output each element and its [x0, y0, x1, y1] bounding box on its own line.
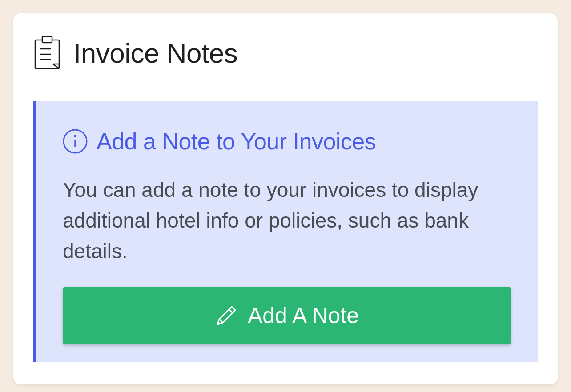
svg-point-7 [74, 135, 76, 137]
card-title: Invoice Notes [73, 37, 237, 69]
svg-line-5 [53, 64, 59, 68]
svg-line-9 [229, 309, 233, 313]
svg-line-10 [219, 319, 223, 323]
banner-header: Add a Note to Your Invoices [63, 128, 511, 155]
clipboard-icon [33, 36, 61, 70]
card-header: Invoice Notes [33, 36, 538, 70]
pencil-icon [215, 304, 238, 327]
svg-rect-1 [42, 36, 52, 43]
add-note-button[interactable]: Add A Note [63, 287, 511, 344]
invoice-notes-card: Invoice Notes Add a Note to Your Invoice… [13, 13, 558, 384]
info-icon [63, 129, 88, 154]
banner-title: Add a Note to Your Invoices [97, 128, 376, 155]
button-label: Add A Note [248, 303, 359, 328]
banner-description: You can add a note to your invoices to d… [63, 175, 511, 267]
info-banner: Add a Note to Your Invoices You can add … [33, 101, 538, 362]
